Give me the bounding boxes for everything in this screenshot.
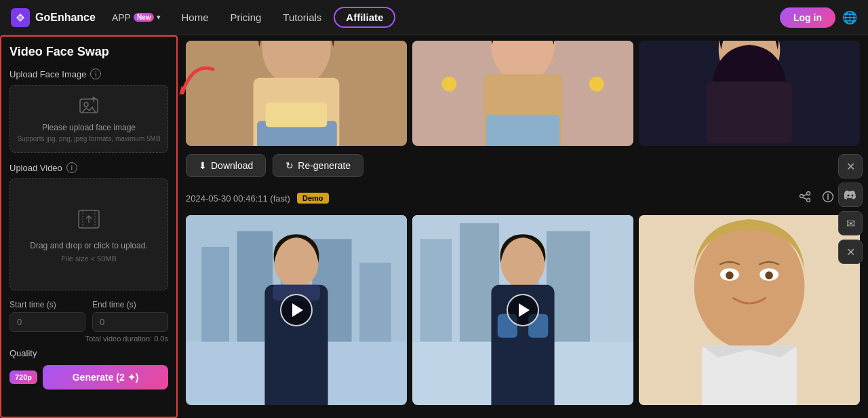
generate-btn-label: Generate (2 ✦)	[73, 372, 139, 383]
app-button[interactable]: APP New ▾	[106, 10, 167, 26]
svg-rect-27	[201, 247, 229, 342]
sidebar: Video Face Swap Upload Face Image i Plea…	[0, 35, 178, 418]
play-button-1[interactable]	[280, 294, 313, 326]
gallery-item-2	[412, 41, 633, 146]
svg-point-15	[589, 77, 604, 92]
upload-video-label: Upload Video	[9, 163, 62, 173]
new-badge: New	[134, 13, 155, 22]
globe-icon[interactable]: 🌐	[842, 10, 857, 25]
svg-point-3	[84, 102, 88, 107]
content-area: ⬇ Download ↻ Re-generate 2024-05-30 00:4…	[178, 35, 868, 418]
nav-tutorials[interactable]: Tutorials	[273, 7, 331, 27]
float-x2-button[interactable]: ✕	[838, 240, 863, 264]
upload-video-info-icon[interactable]: i	[66, 162, 77, 173]
action-row: ⬇ Download ↻ Re-generate	[186, 154, 860, 177]
main-layout: Video Face Swap Upload Face Image i Plea…	[0, 35, 868, 418]
end-time-label: End time (s)	[92, 300, 168, 309]
download-label: Download	[211, 160, 253, 171]
upload-face-text: Please upload face image	[42, 123, 136, 132]
chevron-down-icon: ▾	[157, 13, 161, 22]
svg-point-49	[726, 271, 734, 280]
section-meta: 2024-05-30 00:46:11 (fast) Demo	[186, 188, 860, 208]
duration-text: Total video duration: 0.0s	[9, 335, 168, 343]
upload-video-area[interactable]: Drag and drop or click to upload. File s…	[9, 178, 168, 290]
share-button[interactable]	[796, 188, 814, 208]
svg-rect-37	[420, 239, 452, 341]
svg-rect-13	[486, 115, 560, 146]
gallery-item-3	[639, 41, 860, 146]
end-time-field: End time (s)	[92, 300, 168, 332]
svg-point-14	[441, 77, 456, 92]
upload-face-label: Upload Face Image	[9, 69, 86, 79]
float-discord-button[interactable]	[838, 183, 863, 207]
upload-video-text: Drag and drop or click to upload.	[30, 241, 147, 250]
first-gallery-row	[186, 41, 860, 146]
logo-icon	[11, 8, 30, 27]
upload-video-subtext: File size < 50MB	[61, 254, 117, 263]
quality-badge: 720p	[9, 370, 37, 384]
upload-video-section: Upload Video i	[9, 162, 168, 173]
start-time-label: Start time (s)	[9, 300, 85, 309]
svg-line-21	[804, 198, 807, 200]
svg-point-24	[827, 194, 829, 195]
upload-face-area[interactable]: Please upload face image Supports jpg, p…	[9, 85, 168, 153]
regenerate-icon: ↻	[285, 160, 294, 171]
start-time-field: Start time (s)	[9, 300, 85, 332]
upload-face-info-icon[interactable]: i	[90, 69, 101, 79]
nav-items: Home Pricing Tutorials Affiliate	[172, 7, 774, 28]
quality-label: Quality	[9, 348, 168, 358]
upload-face-section: Upload Face Image i	[9, 69, 168, 79]
app-label: APP	[112, 12, 131, 23]
regenerate-label: Re-generate	[298, 160, 351, 171]
floating-sidebar: ✕ ✉ ✕	[835, 149, 865, 269]
header: GoEnhance APP New ▾ Home Pricing Tutoria…	[0, 0, 868, 35]
generate-button[interactable]: Generate (2 ✦)	[43, 365, 168, 390]
svg-point-1	[18, 16, 22, 20]
logo-area: GoEnhance	[11, 8, 96, 27]
generate-row: 720p Generate (2 ✦)	[9, 365, 168, 390]
demo-badge: Demo	[297, 193, 329, 204]
download-icon: ⬇	[199, 160, 207, 171]
time-row: Start time (s) End time (s)	[9, 300, 168, 332]
header-right: Log in 🌐	[780, 7, 857, 28]
end-time-input[interactable]	[92, 312, 168, 332]
play-triangle-1	[292, 303, 303, 317]
upload-video-icon	[77, 207, 101, 237]
play-button-2[interactable]	[507, 294, 539, 326]
svg-rect-19	[707, 81, 793, 143]
float-x-button[interactable]: ✕	[838, 154, 863, 178]
svg-rect-9	[266, 102, 328, 127]
svg-point-50	[765, 271, 773, 280]
video-item-2	[412, 215, 633, 405]
upload-face-icon	[79, 95, 99, 120]
nav-home[interactable]: Home	[172, 7, 218, 27]
video-item-1	[186, 215, 407, 405]
video-item-face	[639, 215, 860, 405]
play-triangle-2	[519, 303, 530, 317]
svg-rect-31	[359, 263, 391, 341]
video-row	[186, 215, 860, 405]
regenerate-button[interactable]: ↻ Re-generate	[273, 154, 363, 177]
start-time-input[interactable]	[9, 312, 85, 332]
svg-line-20	[804, 195, 807, 196]
download-button[interactable]: ⬇ Download	[186, 154, 266, 177]
float-mail-button[interactable]: ✉	[838, 211, 863, 235]
info-button[interactable]	[819, 188, 837, 208]
svg-point-46	[694, 223, 805, 349]
upload-face-subtext: Supports jpg, png, jpeg formats, maximum…	[17, 135, 160, 142]
sidebar-title: Video Face Swap	[9, 45, 168, 59]
nav-pricing[interactable]: Pricing	[221, 7, 271, 27]
section-timestamp: 2024-05-30 00:46:11 (fast)	[186, 193, 290, 204]
svg-point-53	[852, 195, 854, 197]
arrow-indicator	[178, 56, 226, 113]
svg-point-52	[848, 195, 850, 197]
nav-affiliate[interactable]: Affiliate	[334, 7, 395, 28]
logo-text: GoEnhance	[35, 12, 96, 24]
login-button[interactable]: Log in	[780, 7, 835, 28]
